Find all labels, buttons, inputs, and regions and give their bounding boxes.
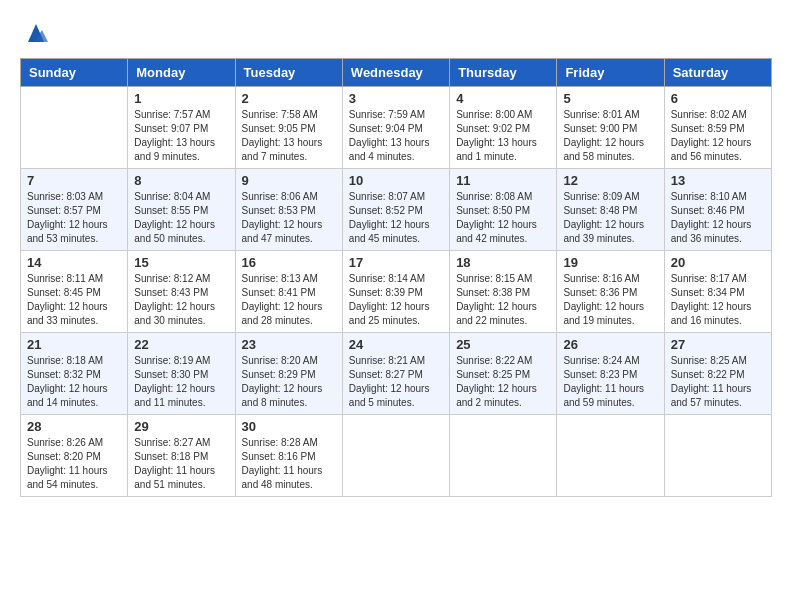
day-info: Sunrise: 7:59 AM Sunset: 9:04 PM Dayligh…: [349, 108, 443, 164]
day-info: Sunrise: 8:00 AM Sunset: 9:02 PM Dayligh…: [456, 108, 550, 164]
day-number: 22: [134, 337, 228, 352]
day-number: 1: [134, 91, 228, 106]
day-number: 25: [456, 337, 550, 352]
day-info: Sunrise: 8:13 AM Sunset: 8:41 PM Dayligh…: [242, 272, 336, 328]
day-number: 4: [456, 91, 550, 106]
calendar-cell: 18Sunrise: 8:15 AM Sunset: 8:38 PM Dayli…: [450, 251, 557, 333]
day-number: 23: [242, 337, 336, 352]
day-info: Sunrise: 8:27 AM Sunset: 8:18 PM Dayligh…: [134, 436, 228, 492]
weekday-header: Sunday: [21, 59, 128, 87]
day-number: 3: [349, 91, 443, 106]
day-number: 9: [242, 173, 336, 188]
logo-icon: [22, 20, 50, 48]
day-number: 16: [242, 255, 336, 270]
calendar-cell: [557, 415, 664, 497]
day-number: 8: [134, 173, 228, 188]
day-info: Sunrise: 8:02 AM Sunset: 8:59 PM Dayligh…: [671, 108, 765, 164]
day-number: 20: [671, 255, 765, 270]
calendar-cell: 1Sunrise: 7:57 AM Sunset: 9:07 PM Daylig…: [128, 87, 235, 169]
calendar-cell: 3Sunrise: 7:59 AM Sunset: 9:04 PM Daylig…: [342, 87, 449, 169]
calendar-cell: 4Sunrise: 8:00 AM Sunset: 9:02 PM Daylig…: [450, 87, 557, 169]
day-info: Sunrise: 8:04 AM Sunset: 8:55 PM Dayligh…: [134, 190, 228, 246]
day-number: 26: [563, 337, 657, 352]
calendar-week-row: 14Sunrise: 8:11 AM Sunset: 8:45 PM Dayli…: [21, 251, 772, 333]
day-number: 24: [349, 337, 443, 352]
weekday-header: Monday: [128, 59, 235, 87]
day-number: 28: [27, 419, 121, 434]
calendar-cell: 16Sunrise: 8:13 AM Sunset: 8:41 PM Dayli…: [235, 251, 342, 333]
day-info: Sunrise: 7:57 AM Sunset: 9:07 PM Dayligh…: [134, 108, 228, 164]
calendar-cell: 29Sunrise: 8:27 AM Sunset: 8:18 PM Dayli…: [128, 415, 235, 497]
calendar-cell: 25Sunrise: 8:22 AM Sunset: 8:25 PM Dayli…: [450, 333, 557, 415]
day-number: 29: [134, 419, 228, 434]
day-info: Sunrise: 8:11 AM Sunset: 8:45 PM Dayligh…: [27, 272, 121, 328]
calendar-cell: 26Sunrise: 8:24 AM Sunset: 8:23 PM Dayli…: [557, 333, 664, 415]
day-number: 13: [671, 173, 765, 188]
calendar-cell: 8Sunrise: 8:04 AM Sunset: 8:55 PM Daylig…: [128, 169, 235, 251]
day-info: Sunrise: 8:09 AM Sunset: 8:48 PM Dayligh…: [563, 190, 657, 246]
day-info: Sunrise: 8:28 AM Sunset: 8:16 PM Dayligh…: [242, 436, 336, 492]
calendar-cell: 24Sunrise: 8:21 AM Sunset: 8:27 PM Dayli…: [342, 333, 449, 415]
weekday-header: Wednesday: [342, 59, 449, 87]
day-info: Sunrise: 7:58 AM Sunset: 9:05 PM Dayligh…: [242, 108, 336, 164]
day-number: 30: [242, 419, 336, 434]
day-info: Sunrise: 8:03 AM Sunset: 8:57 PM Dayligh…: [27, 190, 121, 246]
calendar-cell: 2Sunrise: 7:58 AM Sunset: 9:05 PM Daylig…: [235, 87, 342, 169]
day-info: Sunrise: 8:19 AM Sunset: 8:30 PM Dayligh…: [134, 354, 228, 410]
calendar-week-row: 1Sunrise: 7:57 AM Sunset: 9:07 PM Daylig…: [21, 87, 772, 169]
day-info: Sunrise: 8:08 AM Sunset: 8:50 PM Dayligh…: [456, 190, 550, 246]
day-info: Sunrise: 8:25 AM Sunset: 8:22 PM Dayligh…: [671, 354, 765, 410]
weekday-header: Tuesday: [235, 59, 342, 87]
day-number: 17: [349, 255, 443, 270]
day-info: Sunrise: 8:17 AM Sunset: 8:34 PM Dayligh…: [671, 272, 765, 328]
calendar-header-row: SundayMondayTuesdayWednesdayThursdayFrid…: [21, 59, 772, 87]
page-header: [20, 20, 772, 48]
day-info: Sunrise: 8:22 AM Sunset: 8:25 PM Dayligh…: [456, 354, 550, 410]
day-number: 19: [563, 255, 657, 270]
calendar-week-row: 21Sunrise: 8:18 AM Sunset: 8:32 PM Dayli…: [21, 333, 772, 415]
day-number: 21: [27, 337, 121, 352]
day-info: Sunrise: 8:01 AM Sunset: 9:00 PM Dayligh…: [563, 108, 657, 164]
day-info: Sunrise: 8:06 AM Sunset: 8:53 PM Dayligh…: [242, 190, 336, 246]
day-info: Sunrise: 8:18 AM Sunset: 8:32 PM Dayligh…: [27, 354, 121, 410]
day-info: Sunrise: 8:10 AM Sunset: 8:46 PM Dayligh…: [671, 190, 765, 246]
calendar-cell: 15Sunrise: 8:12 AM Sunset: 8:43 PM Dayli…: [128, 251, 235, 333]
day-info: Sunrise: 8:26 AM Sunset: 8:20 PM Dayligh…: [27, 436, 121, 492]
day-number: 14: [27, 255, 121, 270]
calendar-cell: [664, 415, 771, 497]
calendar-cell: 13Sunrise: 8:10 AM Sunset: 8:46 PM Dayli…: [664, 169, 771, 251]
calendar-cell: 17Sunrise: 8:14 AM Sunset: 8:39 PM Dayli…: [342, 251, 449, 333]
day-number: 15: [134, 255, 228, 270]
day-info: Sunrise: 8:20 AM Sunset: 8:29 PM Dayligh…: [242, 354, 336, 410]
day-info: Sunrise: 8:24 AM Sunset: 8:23 PM Dayligh…: [563, 354, 657, 410]
calendar-cell: 11Sunrise: 8:08 AM Sunset: 8:50 PM Dayli…: [450, 169, 557, 251]
day-info: Sunrise: 8:14 AM Sunset: 8:39 PM Dayligh…: [349, 272, 443, 328]
weekday-header: Friday: [557, 59, 664, 87]
calendar-cell: 12Sunrise: 8:09 AM Sunset: 8:48 PM Dayli…: [557, 169, 664, 251]
calendar-cell: 5Sunrise: 8:01 AM Sunset: 9:00 PM Daylig…: [557, 87, 664, 169]
day-number: 11: [456, 173, 550, 188]
calendar-cell: [21, 87, 128, 169]
day-number: 12: [563, 173, 657, 188]
weekday-header: Thursday: [450, 59, 557, 87]
calendar-cell: 23Sunrise: 8:20 AM Sunset: 8:29 PM Dayli…: [235, 333, 342, 415]
calendar-cell: [450, 415, 557, 497]
calendar-cell: 30Sunrise: 8:28 AM Sunset: 8:16 PM Dayli…: [235, 415, 342, 497]
calendar-week-row: 28Sunrise: 8:26 AM Sunset: 8:20 PM Dayli…: [21, 415, 772, 497]
day-info: Sunrise: 8:15 AM Sunset: 8:38 PM Dayligh…: [456, 272, 550, 328]
day-number: 5: [563, 91, 657, 106]
day-info: Sunrise: 8:21 AM Sunset: 8:27 PM Dayligh…: [349, 354, 443, 410]
calendar-cell: 6Sunrise: 8:02 AM Sunset: 8:59 PM Daylig…: [664, 87, 771, 169]
day-info: Sunrise: 8:16 AM Sunset: 8:36 PM Dayligh…: [563, 272, 657, 328]
day-info: Sunrise: 8:12 AM Sunset: 8:43 PM Dayligh…: [134, 272, 228, 328]
calendar-cell: 28Sunrise: 8:26 AM Sunset: 8:20 PM Dayli…: [21, 415, 128, 497]
day-number: 2: [242, 91, 336, 106]
day-number: 7: [27, 173, 121, 188]
day-number: 6: [671, 91, 765, 106]
logo: [20, 20, 50, 48]
calendar-cell: 22Sunrise: 8:19 AM Sunset: 8:30 PM Dayli…: [128, 333, 235, 415]
calendar-cell: 14Sunrise: 8:11 AM Sunset: 8:45 PM Dayli…: [21, 251, 128, 333]
calendar-cell: 10Sunrise: 8:07 AM Sunset: 8:52 PM Dayli…: [342, 169, 449, 251]
calendar-cell: 7Sunrise: 8:03 AM Sunset: 8:57 PM Daylig…: [21, 169, 128, 251]
calendar-cell: 21Sunrise: 8:18 AM Sunset: 8:32 PM Dayli…: [21, 333, 128, 415]
